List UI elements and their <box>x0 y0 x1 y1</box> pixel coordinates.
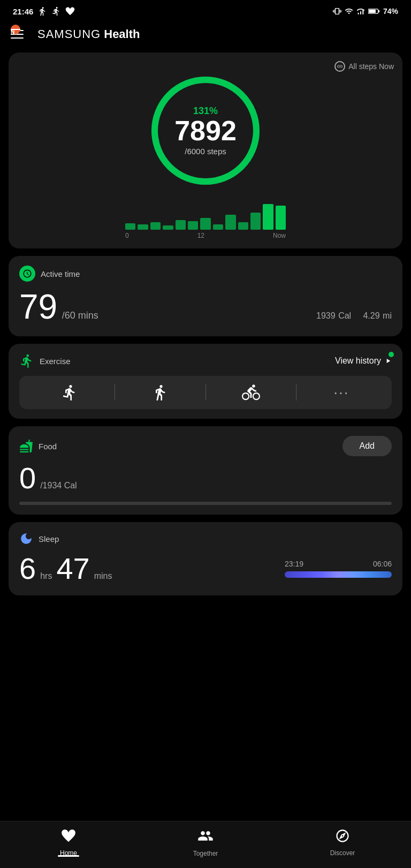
run-mode-button[interactable] <box>25 384 115 401</box>
active-time-label: Active time <box>41 269 80 278</box>
sleep-row-bottom: 6 hrs 47 mins 23:19 06:06 <box>19 551 392 586</box>
steps-bar-chart: 0 12 Now <box>120 200 291 238</box>
food-header: Food Add <box>19 436 392 456</box>
active-time-card: Active time 79 /60 mins 1939 Cal 4.29 mi <box>9 256 402 336</box>
steps-goal: /6000 steps <box>174 147 237 156</box>
sleep-end: 06:06 <box>373 560 392 568</box>
steps-circle[interactable]: 131% 7892 /6000 steps <box>19 61 392 195</box>
view-history-button[interactable]: View history <box>335 356 392 366</box>
food-progress-bar <box>19 502 392 505</box>
nav-together-label: Together <box>193 850 218 857</box>
play-icon <box>384 357 392 365</box>
exercise-active-dot <box>389 352 394 357</box>
bar-8 <box>213 224 223 230</box>
chart-labels: 0 12 Now <box>120 230 291 239</box>
svg-rect-2 <box>362 10 363 14</box>
together-icon <box>197 828 214 848</box>
sleep-card: Sleep 6 hrs 47 mins 23:19 06:06 <box>9 522 402 595</box>
sleep-times: 23:19 06:06 <box>285 560 392 568</box>
heartrate-icon <box>65 6 75 16</box>
status-bar: 21:46 74% <box>0 0 411 20</box>
active-value-group: 79 /60 mins <box>19 287 98 327</box>
notification-badge: N <box>11 25 20 34</box>
bar-4 <box>163 225 173 230</box>
sleep-header: Sleep <box>19 532 392 546</box>
health-label: Health <box>104 27 140 41</box>
nav-discover-label: Discover <box>330 849 355 857</box>
active-header: Active time <box>19 266 392 282</box>
app-header: N SAMSUNG Health <box>0 20 411 52</box>
nav-together[interactable]: Together <box>184 828 227 857</box>
distance-unit: mi <box>383 311 392 320</box>
vibrate-icon <box>333 7 341 16</box>
nav-discover[interactable]: Discover <box>321 828 364 857</box>
nav-active-indicator <box>58 855 79 857</box>
bar-9 <box>225 215 235 230</box>
chart-bars <box>120 200 291 230</box>
nav-home[interactable]: Home <box>47 828 90 857</box>
bar-7 <box>200 218 210 230</box>
steps-card: All steps Now 131% 7892 /6000 steps <box>9 52 402 248</box>
food-value: 0 <box>19 461 36 495</box>
all-steps-button[interactable]: All steps Now <box>334 61 394 72</box>
bar-3 <box>150 222 161 230</box>
steps-count: 7892 <box>174 117 237 145</box>
walk-mode-button[interactable] <box>115 384 205 401</box>
bar-5 <box>176 220 186 230</box>
more-modes-button[interactable]: ··· <box>296 384 386 401</box>
active-time-icon <box>19 266 35 282</box>
food-card: Food Add 0 /1934 Cal <box>9 426 402 515</box>
bar-now2 <box>276 206 286 230</box>
sleep-bar <box>285 571 392 578</box>
active-unit: /60 mins <box>62 310 98 321</box>
label-12: 12 <box>197 232 204 239</box>
sleep-stats: 6 hrs 47 mins <box>19 551 112 586</box>
exercise-title: Exercise <box>19 353 71 368</box>
signal-icon <box>356 7 365 16</box>
steps-info: 131% 7892 /6000 steps <box>174 105 237 156</box>
exercise-card: Exercise View history ··· <box>9 344 402 419</box>
food-add-button[interactable]: Add <box>342 436 392 456</box>
bar-6 <box>188 221 198 230</box>
exercise-icon <box>19 353 34 368</box>
food-value-row: 0 /1934 Cal <box>19 461 392 495</box>
food-label: Food <box>39 442 57 451</box>
sleep-hours: 6 <box>19 551 36 586</box>
sleep-start: 23:19 <box>285 560 303 568</box>
calories-unit2: Cal <box>338 311 351 320</box>
sleep-icon <box>19 532 33 546</box>
svg-rect-5 <box>369 10 376 13</box>
svg-rect-4 <box>378 10 379 12</box>
food-unit: /1934 Cal <box>40 481 77 490</box>
bar-2 <box>138 224 148 230</box>
bar-1 <box>125 223 135 230</box>
bar-now <box>263 204 273 230</box>
label-0: 0 <box>125 232 129 239</box>
food-title: Food <box>19 439 57 453</box>
exercise-modes: ··· <box>19 376 392 409</box>
run-icon <box>51 6 61 16</box>
exercise-header: Exercise View history <box>19 353 392 368</box>
sleep-label: Sleep <box>39 534 59 544</box>
active-minutes: 79 <box>19 288 57 326</box>
cycle-mode-button[interactable] <box>206 383 296 402</box>
app-logo: SAMSUNG Health <box>37 27 140 41</box>
menu-button[interactable]: N <box>11 25 30 44</box>
bar-11 <box>250 213 261 230</box>
food-icon <box>19 439 33 453</box>
activity-icon <box>37 6 47 16</box>
status-right: 74% <box>333 7 398 16</box>
wifi-icon <box>345 7 353 16</box>
view-history-label: View history <box>335 356 381 366</box>
active-right-stats: 1939 Cal 4.29 mi <box>316 309 392 321</box>
bar-10 <box>238 222 248 230</box>
samsung-label: SAMSUNG <box>37 27 101 41</box>
sleep-hrs-unit: hrs <box>40 571 52 581</box>
calories-value: 1939 <box>316 311 336 320</box>
sleep-mins: 47 <box>56 551 89 586</box>
distance-value: 4.29 <box>363 311 379 320</box>
sleep-time-block: 23:19 06:06 <box>285 560 392 578</box>
svg-rect-0 <box>358 13 359 14</box>
home-icon <box>61 828 76 847</box>
exercise-label: Exercise <box>40 357 71 366</box>
